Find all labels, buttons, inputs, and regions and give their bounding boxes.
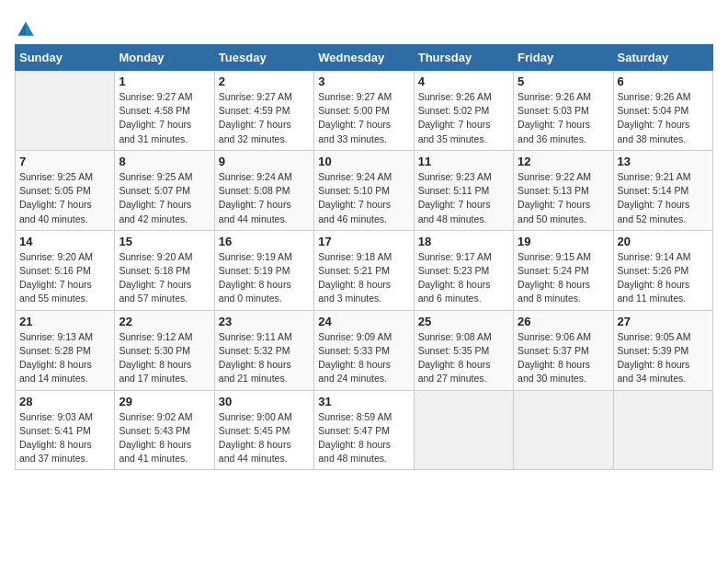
day-info: Sunrise: 9:25 AM Sunset: 5:05 PM Dayligh… (19, 170, 110, 226)
day-number: 28 (19, 395, 110, 408)
day-info: Sunrise: 9:05 AM Sunset: 5:39 PM Dayligh… (618, 330, 709, 386)
day-cell: 21Sunrise: 9:13 AM Sunset: 5:28 PM Dayli… (16, 310, 115, 390)
day-number: 16 (219, 235, 310, 248)
day-number: 3 (318, 75, 409, 88)
week-row-5: 28Sunrise: 9:03 AM Sunset: 5:41 PM Dayli… (16, 390, 713, 470)
day-cell: 24Sunrise: 9:09 AM Sunset: 5:33 PM Dayli… (314, 310, 414, 390)
day-cell: 15Sunrise: 9:20 AM Sunset: 5:18 PM Dayli… (115, 230, 214, 310)
day-info: Sunrise: 9:02 AM Sunset: 5:43 PM Dayligh… (119, 410, 210, 466)
header-cell-thursday: Thursday (414, 45, 513, 71)
day-cell: 14Sunrise: 9:20 AM Sunset: 5:16 PM Dayli… (16, 230, 115, 310)
header-cell-sunday: Sunday (16, 45, 115, 71)
week-row-4: 21Sunrise: 9:13 AM Sunset: 5:28 PM Dayli… (16, 310, 713, 390)
day-info: Sunrise: 9:06 AM Sunset: 5:37 PM Dayligh… (518, 330, 609, 386)
week-row-3: 14Sunrise: 9:20 AM Sunset: 5:16 PM Dayli… (16, 230, 713, 310)
day-info: Sunrise: 9:20 AM Sunset: 5:16 PM Dayligh… (19, 250, 110, 306)
day-number: 30 (219, 395, 310, 408)
day-cell: 23Sunrise: 9:11 AM Sunset: 5:32 PM Dayli… (214, 310, 313, 390)
day-info: Sunrise: 8:59 AM Sunset: 5:47 PM Dayligh… (318, 410, 409, 466)
day-info: Sunrise: 9:27 AM Sunset: 5:00 PM Dayligh… (318, 90, 409, 146)
day-cell (414, 390, 513, 470)
day-info: Sunrise: 9:27 AM Sunset: 4:58 PM Dayligh… (119, 90, 210, 146)
day-number: 22 (119, 315, 210, 328)
day-info: Sunrise: 9:13 AM Sunset: 5:28 PM Dayligh… (19, 330, 110, 386)
day-cell: 17Sunrise: 9:18 AM Sunset: 5:21 PM Dayli… (314, 230, 414, 310)
day-cell: 4Sunrise: 9:26 AM Sunset: 5:02 PM Daylig… (414, 71, 513, 151)
day-info: Sunrise: 9:26 AM Sunset: 5:02 PM Dayligh… (418, 90, 509, 146)
day-number: 2 (219, 75, 310, 88)
day-cell: 3Sunrise: 9:27 AM Sunset: 5:00 PM Daylig… (314, 71, 414, 151)
day-info: Sunrise: 9:17 AM Sunset: 5:23 PM Dayligh… (418, 250, 509, 306)
day-number: 10 (318, 155, 409, 168)
day-cell: 9Sunrise: 9:24 AM Sunset: 5:08 PM Daylig… (214, 150, 313, 230)
day-cell: 30Sunrise: 9:00 AM Sunset: 5:45 PM Dayli… (214, 390, 313, 470)
day-number: 6 (618, 75, 709, 88)
day-cell: 31Sunrise: 8:59 AM Sunset: 5:47 PM Dayli… (314, 390, 414, 470)
logo-icon (15, 18, 37, 40)
day-cell: 22Sunrise: 9:12 AM Sunset: 5:30 PM Dayli… (115, 310, 214, 390)
day-number: 4 (418, 75, 509, 88)
day-number: 17 (318, 235, 409, 248)
day-cell: 28Sunrise: 9:03 AM Sunset: 5:41 PM Dayli… (16, 390, 115, 470)
day-number: 8 (119, 155, 210, 168)
day-info: Sunrise: 9:11 AM Sunset: 5:32 PM Dayligh… (219, 330, 310, 386)
day-number: 24 (318, 315, 409, 328)
calendar-table: SundayMondayTuesdayWednesdayThursdayFrid… (15, 44, 713, 470)
day-info: Sunrise: 9:26 AM Sunset: 5:03 PM Dayligh… (518, 90, 609, 146)
day-cell: 19Sunrise: 9:15 AM Sunset: 5:24 PM Dayli… (514, 230, 613, 310)
calendar-header-row: SundayMondayTuesdayWednesdayThursdayFrid… (16, 45, 713, 71)
day-info: Sunrise: 9:20 AM Sunset: 5:18 PM Dayligh… (119, 250, 210, 306)
day-number: 1 (119, 75, 210, 88)
week-row-2: 7Sunrise: 9:25 AM Sunset: 5:05 PM Daylig… (16, 150, 713, 230)
day-cell (16, 71, 115, 151)
day-info: Sunrise: 9:21 AM Sunset: 5:14 PM Dayligh… (618, 170, 709, 226)
day-info: Sunrise: 9:22 AM Sunset: 5:13 PM Dayligh… (518, 170, 609, 226)
day-cell: 6Sunrise: 9:26 AM Sunset: 5:04 PM Daylig… (613, 71, 712, 151)
day-info: Sunrise: 9:03 AM Sunset: 5:41 PM Dayligh… (19, 410, 110, 466)
day-info: Sunrise: 9:27 AM Sunset: 4:59 PM Dayligh… (219, 90, 310, 146)
day-cell: 5Sunrise: 9:26 AM Sunset: 5:03 PM Daylig… (514, 71, 613, 151)
day-info: Sunrise: 9:15 AM Sunset: 5:24 PM Dayligh… (518, 250, 609, 306)
day-cell: 8Sunrise: 9:25 AM Sunset: 5:07 PM Daylig… (115, 150, 214, 230)
day-number: 23 (219, 315, 310, 328)
day-number: 25 (418, 315, 509, 328)
day-number: 5 (518, 75, 609, 88)
day-number: 18 (418, 235, 509, 248)
day-cell: 16Sunrise: 9:19 AM Sunset: 5:19 PM Dayli… (214, 230, 313, 310)
day-info: Sunrise: 9:25 AM Sunset: 5:07 PM Dayligh… (119, 170, 210, 226)
header-cell-monday: Monday (115, 45, 214, 71)
day-cell: 26Sunrise: 9:06 AM Sunset: 5:37 PM Dayli… (514, 310, 613, 390)
day-cell: 13Sunrise: 9:21 AM Sunset: 5:14 PM Dayli… (613, 150, 712, 230)
day-info: Sunrise: 9:24 AM Sunset: 5:08 PM Dayligh… (219, 170, 310, 226)
day-cell: 2Sunrise: 9:27 AM Sunset: 4:59 PM Daylig… (214, 71, 313, 151)
day-info: Sunrise: 9:18 AM Sunset: 5:21 PM Dayligh… (318, 250, 409, 306)
week-row-1: 1Sunrise: 9:27 AM Sunset: 4:58 PM Daylig… (16, 71, 713, 151)
day-number: 31 (318, 395, 409, 408)
day-cell: 18Sunrise: 9:17 AM Sunset: 5:23 PM Dayli… (414, 230, 513, 310)
day-number: 27 (618, 315, 709, 328)
header-cell-saturday: Saturday (613, 45, 712, 71)
day-number: 21 (19, 315, 110, 328)
day-cell: 29Sunrise: 9:02 AM Sunset: 5:43 PM Dayli… (115, 390, 214, 470)
day-info: Sunrise: 9:14 AM Sunset: 5:26 PM Dayligh… (618, 250, 709, 306)
day-info: Sunrise: 9:24 AM Sunset: 5:10 PM Dayligh… (318, 170, 409, 226)
day-info: Sunrise: 9:23 AM Sunset: 5:11 PM Dayligh… (418, 170, 509, 226)
day-info: Sunrise: 9:12 AM Sunset: 5:30 PM Dayligh… (119, 330, 210, 386)
logo (15, 18, 40, 40)
svg-marker-1 (26, 21, 34, 35)
day-cell (613, 390, 712, 470)
day-cell: 10Sunrise: 9:24 AM Sunset: 5:10 PM Dayli… (314, 150, 414, 230)
header-cell-tuesday: Tuesday (214, 45, 313, 71)
header-cell-friday: Friday (514, 45, 613, 71)
day-number: 13 (618, 155, 709, 168)
day-cell: 12Sunrise: 9:22 AM Sunset: 5:13 PM Dayli… (514, 150, 613, 230)
day-number: 29 (119, 395, 210, 408)
day-number: 20 (618, 235, 709, 248)
day-info: Sunrise: 9:09 AM Sunset: 5:33 PM Dayligh… (318, 330, 409, 386)
day-info: Sunrise: 9:19 AM Sunset: 5:19 PM Dayligh… (219, 250, 310, 306)
day-cell: 7Sunrise: 9:25 AM Sunset: 5:05 PM Daylig… (16, 150, 115, 230)
day-number: 15 (119, 235, 210, 248)
day-cell: 20Sunrise: 9:14 AM Sunset: 5:26 PM Dayli… (613, 230, 712, 310)
day-cell: 11Sunrise: 9:23 AM Sunset: 5:11 PM Dayli… (414, 150, 513, 230)
day-cell: 25Sunrise: 9:08 AM Sunset: 5:35 PM Dayli… (414, 310, 513, 390)
